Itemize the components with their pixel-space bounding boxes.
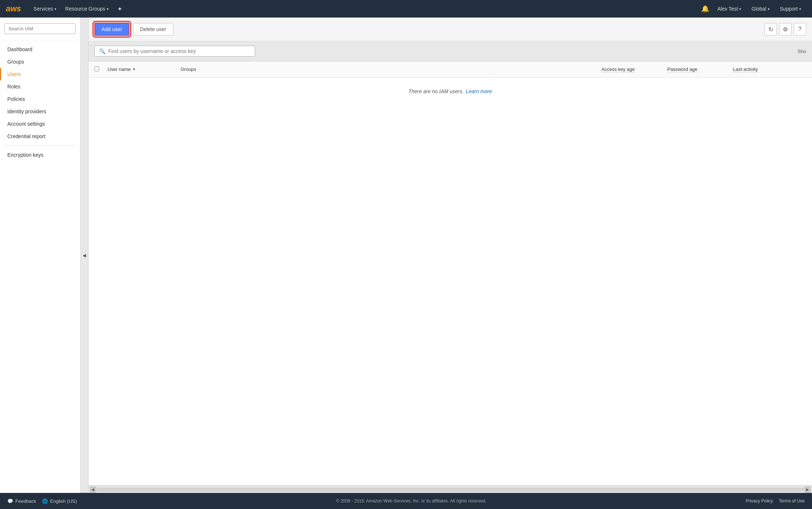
- region-chevron-icon: ▾: [768, 7, 770, 11]
- sidebar: Dashboard Groups Users Roles Policies Id…: [0, 18, 80, 493]
- column-header-access-key: Access key age: [601, 67, 667, 72]
- user-menu[interactable]: Alex Test ▾: [714, 0, 745, 18]
- select-all-checkbox[interactable]: [94, 67, 99, 71]
- search-iam-input[interactable]: [4, 23, 76, 34]
- resource-groups-chevron-icon: ▾: [107, 7, 109, 11]
- main-content: Add user Delete user ↻ ⚙ ? 🔍: [88, 18, 812, 493]
- sidebar-collapse-button[interactable]: ◀: [80, 18, 88, 493]
- show-more-label: Sho: [798, 49, 806, 54]
- table-search-input[interactable]: [108, 48, 250, 54]
- feedback-button[interactable]: 💬 Feedback: [7, 498, 36, 504]
- table-header-row: User name ▼ Groups Access key age Passwo…: [88, 61, 812, 77]
- toolbar-right-icons: ↻ ⚙ ?: [764, 23, 806, 35]
- refresh-button[interactable]: ↻: [764, 23, 777, 35]
- sidebar-item-encryption-keys[interactable]: Encryption keys: [0, 149, 80, 161]
- user-chevron-icon: ▾: [739, 7, 741, 11]
- help-button[interactable]: ?: [794, 23, 806, 35]
- sidebar-item-dashboard[interactable]: Dashboard: [0, 43, 80, 56]
- footer: 💬 Feedback 🌐 English (US) © 2008 - 2018,…: [0, 493, 812, 509]
- column-header-username[interactable]: User name ▼: [107, 67, 181, 72]
- top-navigation: aws Services ▾ Resource Groups ▾ ✦ 🔔 Ale…: [0, 0, 812, 18]
- region-menu[interactable]: Global ▾: [748, 0, 773, 18]
- add-user-button[interactable]: Add user: [94, 23, 129, 36]
- column-header-password-age: Password age: [667, 67, 733, 72]
- notifications-bell-icon[interactable]: 🔔: [698, 5, 712, 13]
- table-search-icon: 🔍: [99, 48, 105, 54]
- scroll-left-button[interactable]: ◀: [90, 487, 96, 493]
- refresh-icon: ↻: [768, 26, 773, 33]
- table-search-bar: 🔍 Sho: [88, 41, 812, 61]
- sidebar-item-account-settings[interactable]: Account settings: [0, 118, 80, 130]
- header-checkbox-cell: [94, 67, 107, 72]
- column-header-last-activity: Last activity: [733, 67, 806, 72]
- scroll-track[interactable]: [97, 488, 804, 491]
- footer-left: 💬 Feedback 🌐 English (US): [7, 498, 77, 504]
- settings-button[interactable]: ⚙: [779, 23, 792, 35]
- sidebar-divider: [6, 145, 74, 146]
- support-chevron-icon: ▾: [799, 7, 801, 11]
- nav-right-section: 🔔 Alex Test ▾ Global ▾ Support ▾: [698, 0, 806, 18]
- resource-groups-menu[interactable]: Resource Groups ▾: [61, 0, 112, 18]
- learn-more-link[interactable]: Learn more: [466, 88, 492, 94]
- footer-copyright: © 2008 - 2018, Amazon Web Services, Inc.…: [77, 498, 746, 504]
- footer-links: Privacy Policy Terms of Use: [746, 498, 805, 504]
- toolbar: Add user Delete user ↻ ⚙ ?: [88, 18, 812, 41]
- sidebar-item-credential-report[interactable]: Credential report: [0, 130, 80, 143]
- sidebar-item-users[interactable]: Users: [0, 68, 80, 80]
- table-search-wrap: 🔍: [94, 46, 255, 57]
- delete-user-button[interactable]: Delete user: [133, 23, 173, 35]
- privacy-policy-link[interactable]: Privacy Policy: [746, 498, 773, 504]
- services-chevron-icon: ▾: [54, 7, 56, 11]
- main-layout: Dashboard Groups Users Roles Policies Id…: [0, 18, 812, 493]
- support-menu[interactable]: Support ▾: [776, 0, 805, 18]
- pin-icon[interactable]: ✦: [114, 5, 126, 12]
- scroll-right-button[interactable]: ▶: [805, 487, 811, 493]
- table-empty-state: There are no IAM users. Learn more: [88, 77, 812, 486]
- globe-icon: 🌐: [42, 498, 48, 504]
- sidebar-search-area: [0, 18, 80, 40]
- aws-logo: aws: [6, 4, 21, 14]
- sidebar-item-policies[interactable]: Policies: [0, 93, 80, 105]
- sidebar-item-identity-providers[interactable]: Identity providers: [0, 105, 80, 118]
- help-circle-icon: ?: [798, 26, 802, 33]
- horizontal-scrollbar[interactable]: ◀ ▶: [88, 486, 812, 493]
- users-table-area: 🔍 Sho User name ▼ Groups Access key: [88, 41, 812, 493]
- language-selector[interactable]: 🌐 English (US): [42, 498, 77, 504]
- sidebar-nav: Dashboard Groups Users Roles Policies Id…: [0, 40, 80, 493]
- feedback-chat-icon: 💬: [7, 498, 13, 504]
- sidebar-item-roles[interactable]: Roles: [0, 80, 80, 93]
- terms-of-use-link[interactable]: Terms of Use: [779, 498, 805, 504]
- settings-gear-icon: ⚙: [783, 26, 788, 33]
- sort-icon: ▼: [132, 67, 136, 71]
- services-menu[interactable]: Services ▾: [30, 0, 60, 18]
- sidebar-item-groups[interactable]: Groups: [0, 56, 80, 68]
- column-header-groups: Groups: [181, 67, 601, 72]
